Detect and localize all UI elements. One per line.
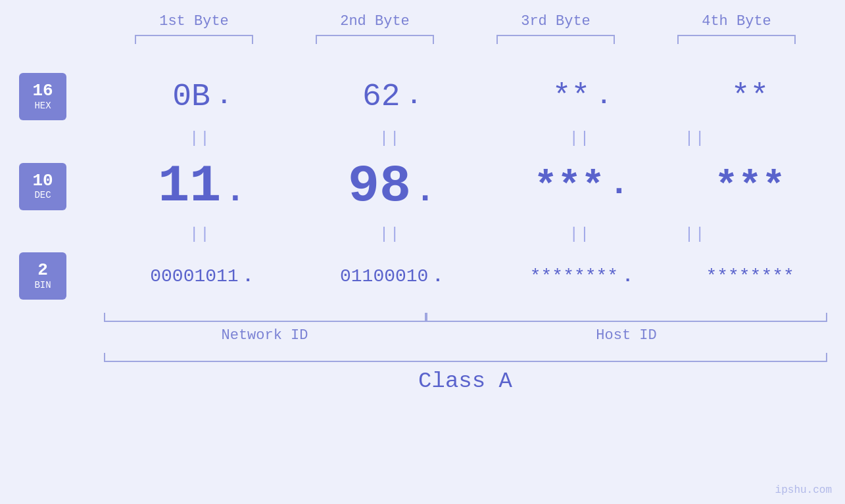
bin-b2: 01100010 [340, 266, 428, 286]
dec-dot2: . [415, 172, 435, 211]
byte2-header: 2nd Byte [302, 13, 447, 30]
bin-b3-cell: ******** . [495, 266, 665, 286]
dec-dot1: . [225, 172, 245, 211]
top-bracket-row [104, 35, 827, 44]
byte1-header: 1st Byte [122, 13, 266, 30]
eq-row-2: || || || || [0, 225, 845, 243]
dec-badge: 10 DEC [19, 163, 66, 210]
hex-b1-cell: 0B . [114, 79, 285, 114]
eq-sign-6: || [379, 225, 401, 243]
bin-values: 00001011 . 01100010 . ******** . *******… [85, 266, 845, 286]
eq2-b3: || [495, 225, 665, 243]
eq2-b1: || [114, 225, 285, 243]
eq-sign-7: || [569, 225, 591, 243]
bracket-byte2 [316, 35, 434, 44]
eq-values-1: || || || || [85, 129, 845, 147]
dec-badge-label: DEC [34, 190, 51, 201]
dec-b2: 98 [348, 156, 411, 216]
dec-dot3: . [609, 165, 629, 204]
hex-b4-cell: ** [685, 79, 816, 114]
eq1-b3: || [495, 129, 665, 147]
bracket-byte4 [677, 35, 796, 44]
hex-b3: ** [552, 79, 591, 114]
byte4-header: 4th Byte [664, 13, 809, 30]
bin-dot2: . [432, 266, 443, 286]
hex-values: 0B . 62 . ** . ** [85, 79, 845, 114]
dec-row: 10 DEC 11 . 98 . *** . *** [0, 147, 845, 225]
bin-badge: 2 BIN [19, 252, 66, 300]
hex-b4: ** [731, 79, 769, 114]
eq1-b2: || [304, 129, 475, 147]
dec-b3-cell: *** . [495, 164, 665, 209]
dec-b3: *** [534, 164, 605, 209]
bin-badge-label: BIN [34, 280, 51, 291]
dec-b2-cell: 98 . [304, 156, 475, 216]
eq-sign-4: || [685, 129, 706, 147]
hex-badge-slot: 16 HEX [0, 73, 85, 120]
bin-b4: ******** [706, 266, 794, 286]
bin-dot3: . [622, 266, 633, 286]
bracket-byte1 [135, 35, 253, 44]
main-container: 1st Byte 2nd Byte 3rd Byte 4th Byte 16 H… [0, 0, 845, 504]
dec-b1-cell: 11 . [114, 156, 285, 216]
eq-values-2: || || || || [85, 225, 845, 243]
hex-dot3: . [596, 83, 611, 110]
eq-sign-3: || [569, 129, 591, 147]
bin-badge-slot: 2 BIN [0, 252, 85, 300]
eq-row-1: || || || || [0, 129, 845, 147]
bin-row: 2 BIN 00001011 . 01100010 . ******** . *… [0, 243, 845, 309]
eq1-b4: || [685, 129, 816, 147]
eq2-b2: || [304, 225, 475, 243]
network-id-label: Network ID [104, 327, 426, 344]
hex-badge-label: HEX [34, 101, 51, 112]
byte-headers: 1st Byte 2nd Byte 3rd Byte 4th Byte [104, 13, 827, 30]
bin-b1: 00001011 [150, 266, 238, 286]
hex-row: 16 HEX 0B . 62 . ** . ** [0, 64, 845, 129]
eq2-b4: || [685, 225, 816, 243]
host-id-label: Host ID [426, 327, 827, 344]
bin-badge-num: 2 [37, 261, 48, 280]
eq-sign-1: || [189, 129, 211, 147]
hex-badge: 16 HEX [19, 73, 66, 120]
byte3-header: 3rd Byte [483, 13, 628, 30]
eq-sign-2: || [379, 129, 401, 147]
eq-sign-5: || [189, 225, 211, 243]
hex-dot2: . [407, 83, 422, 110]
bin-dot1: . [243, 266, 254, 286]
bin-b4-cell: ******** [685, 266, 816, 286]
dec-values: 11 . 98 . *** . *** [85, 156, 845, 216]
eq1-b1: || [114, 129, 285, 147]
class-bracket-container: Class A [104, 353, 827, 394]
dec-b1: 11 [158, 156, 221, 216]
bottom-bracket-container [104, 313, 827, 322]
bin-b3: ******** [530, 266, 618, 286]
dec-badge-num: 10 [32, 172, 53, 191]
host-bracket [426, 313, 827, 322]
class-label: Class A [104, 369, 827, 394]
bin-b1-cell: 00001011 . [114, 266, 285, 286]
dec-b4-cell: *** [685, 164, 816, 209]
watermark: ipshu.com [775, 484, 832, 496]
hex-badge-num: 16 [32, 81, 53, 101]
hex-b1: 0B [172, 79, 210, 114]
network-bracket [104, 313, 426, 322]
bin-b2-cell: 01100010 . [304, 266, 475, 286]
hex-dot1: . [217, 83, 231, 110]
hex-b2-cell: 62 . [304, 79, 475, 114]
bracket-byte3 [496, 35, 615, 44]
eq-sign-8: || [685, 225, 706, 243]
dec-badge-slot: 10 DEC [0, 163, 85, 210]
hex-b3-cell: ** . [495, 79, 665, 114]
dec-b4: *** [715, 164, 786, 209]
class-bracket [104, 353, 827, 362]
hex-b2: 62 [362, 79, 400, 114]
bottom-label-row: Network ID Host ID [104, 327, 827, 344]
